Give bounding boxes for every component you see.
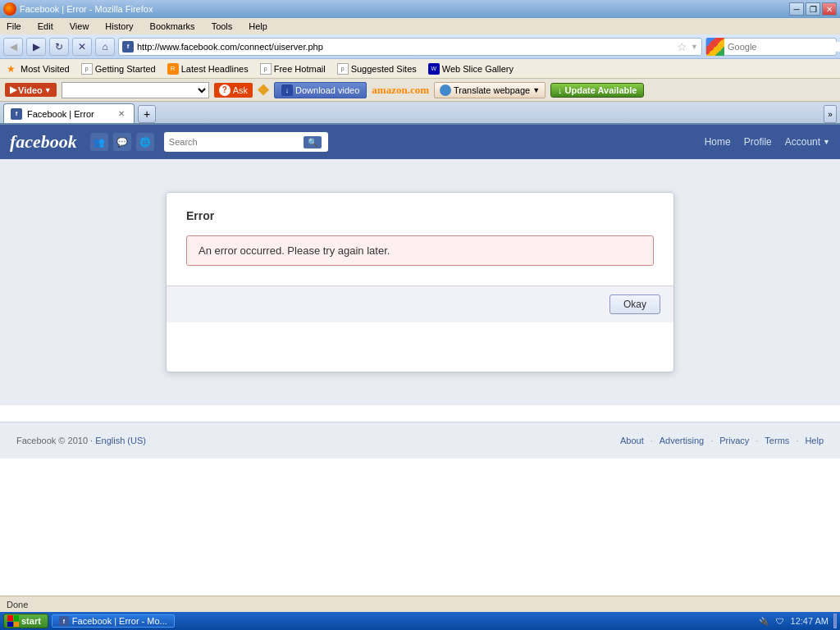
footer-advertising-link[interactable]: Advertising: [660, 436, 704, 445]
fb-nav-account-label: Account: [785, 136, 820, 148]
ask-addon-button[interactable]: ? Ask: [214, 83, 253, 98]
tab-close-button[interactable]: ✕: [116, 108, 127, 120]
menu-file[interactable]: File: [3, 21, 25, 32]
bookmark-web-slice-gallery[interactable]: W Web Slice Gallery: [425, 62, 517, 76]
url-input[interactable]: [137, 42, 673, 52]
footer-terms-link[interactable]: Terms: [765, 436, 789, 445]
back-button[interactable]: ◀: [3, 38, 23, 56]
navbar: ◀ ▶ ↻ ✕ ⌂ f ☆ ▼ 🔍: [0, 34, 840, 59]
menu-history[interactable]: History: [102, 21, 136, 32]
menu-bookmarks[interactable]: Bookmarks: [147, 21, 199, 32]
update-icon: ↓: [558, 85, 563, 95]
error-message: An error occurred. Please try again late…: [186, 235, 654, 266]
footer-about-link[interactable]: About: [620, 436, 644, 445]
eraser-icon[interactable]: [258, 84, 269, 96]
video-dropdown[interactable]: [62, 82, 209, 98]
start-label: start: [21, 616, 41, 626]
menu-help[interactable]: Help: [245, 21, 271, 32]
bookmark-latest-headlines-label: Latest Headlines: [181, 64, 249, 74]
fb-nav-profile[interactable]: Profile: [744, 136, 772, 148]
fb-search-input[interactable]: [169, 137, 300, 147]
bookmark-suggested-sites[interactable]: p Suggested Sites: [334, 62, 420, 76]
show-desktop-button[interactable]: [833, 614, 837, 628]
url-bar-arrow[interactable]: ▼: [691, 43, 698, 51]
footer-sep-4: ·: [796, 436, 798, 445]
fb-nav-account[interactable]: Account ▼: [785, 136, 830, 148]
tray-security-icon[interactable]: 🛡: [774, 615, 786, 627]
fb-friends-icon[interactable]: 👥: [90, 133, 108, 151]
ask-addon-label: Ask: [233, 85, 248, 95]
translate-dropdown-icon[interactable]: ▼: [532, 86, 540, 94]
footer-sep-2: ·: [710, 436, 713, 445]
translate-addon-label: Translate webpage: [454, 85, 530, 95]
home-button[interactable]: ⌂: [95, 38, 115, 56]
update-addon-label: Update Available: [565, 85, 637, 95]
footer-privacy-link[interactable]: Privacy: [719, 436, 749, 445]
facebook-logo: facebook: [10, 131, 77, 153]
search-bar: 🔍: [705, 38, 837, 56]
active-tab[interactable]: f Facebook | Error ✕: [3, 103, 135, 123]
start-button[interactable]: start: [3, 614, 48, 628]
taskbar-time: 12:47 AM: [791, 616, 829, 626]
video-addon-button[interactable]: ▶ Video ▼: [5, 83, 57, 97]
taskbar-window-label: Facebook | Error - Mo...: [72, 616, 167, 626]
tray-network-icon[interactable]: 🔌: [758, 615, 769, 627]
url-favicon: f: [122, 41, 134, 52]
taskbar-right: 🔌 🛡 12:47 AM: [758, 614, 837, 628]
menu-edit[interactable]: Edit: [34, 21, 57, 32]
footer-copyright: Facebook © 2010 ·: [16, 436, 93, 445]
bookmarks-bar: ★ Most Visited p Getting Started R Lates…: [0, 59, 840, 79]
bookmark-most-visited[interactable]: ★ Most Visited: [3, 62, 73, 76]
globe-icon: [440, 84, 451, 96]
menu-tools[interactable]: Tools: [208, 21, 236, 32]
okay-button[interactable]: Okay: [609, 294, 660, 314]
active-tab-label: Facebook | Error: [27, 109, 94, 119]
tab-scroll-arrow[interactable]: »: [824, 105, 837, 123]
amazon-addon[interactable]: amazon.com: [372, 84, 429, 97]
bookmark-getting-started-label: Getting Started: [95, 64, 156, 74]
taskbar-ff-icon: f: [59, 616, 69, 626]
taskbar-window-ff[interactable]: f Facebook | Error - Mo...: [52, 614, 175, 628]
translate-addon-button[interactable]: Translate webpage ▼: [434, 82, 546, 98]
fb-nav-home[interactable]: Home: [705, 136, 731, 148]
bookmark-star-icon[interactable]: ☆: [677, 40, 687, 53]
facebook-header: facebook 👥 💬 🌐 🔍 Home Profile Account ▼: [0, 125, 840, 159]
bookmark-getting-started[interactable]: p Getting Started: [78, 62, 159, 76]
footer-help-link[interactable]: Help: [805, 436, 824, 445]
addon-bar: ▶ Video ▼ ? Ask ↓ Download video amazon.…: [0, 79, 840, 102]
minimize-button[interactable]: ─: [789, 2, 804, 16]
video-dropdown-icon[interactable]: ▼: [44, 86, 52, 94]
reload-button[interactable]: ↻: [49, 38, 69, 56]
error-dialog: Error An error occurred. Please try agai…: [166, 192, 674, 372]
new-tab-button[interactable]: +: [138, 105, 156, 123]
titlebar-controls: ─ ❐ ✕: [789, 2, 837, 16]
rss-icon: R: [167, 63, 179, 75]
close-button[interactable]: ✕: [822, 2, 837, 16]
forward-button[interactable]: ▶: [26, 38, 46, 56]
error-dialog-body: Error An error occurred. Please try agai…: [167, 193, 673, 285]
bookmark-suggested-sites-label: Suggested Sites: [351, 64, 417, 74]
fb-globe-icon[interactable]: 🌐: [136, 133, 154, 151]
error-title: Error: [186, 209, 654, 222]
main-content: Error An error occurred. Please try agai…: [0, 159, 840, 405]
download-video-button[interactable]: ↓ Download video: [274, 82, 367, 98]
video-addon-label: Video: [18, 85, 43, 95]
tabbar: f Facebook | Error ✕ + »: [0, 102, 840, 125]
bookmark-free-hotmail[interactable]: p Free Hotmail: [257, 62, 329, 76]
fb-chat-icon[interactable]: 💬: [113, 133, 131, 151]
bookmark-web-slice-gallery-label: Web Slice Gallery: [442, 64, 514, 74]
fb-search-button[interactable]: 🔍: [304, 136, 322, 148]
menu-view[interactable]: View: [66, 21, 93, 32]
bookmark-latest-headlines[interactable]: R Latest Headlines: [164, 62, 252, 76]
update-addon-button[interactable]: ↓ Update Available: [550, 83, 644, 98]
ms-icon: W: [428, 63, 440, 75]
restore-button[interactable]: ❐: [806, 2, 820, 16]
download-icon: ↓: [281, 84, 293, 96]
facebook-footer: Facebook © 2010 · English (US) About · A…: [0, 422, 840, 459]
footer-sep-1: ·: [651, 436, 653, 445]
stop-button[interactable]: ✕: [72, 38, 92, 56]
search-engine-input[interactable]: [724, 42, 840, 52]
footer-language-link[interactable]: English (US): [95, 436, 146, 445]
account-dropdown-icon: ▼: [823, 138, 830, 146]
google-logo: [706, 38, 724, 56]
